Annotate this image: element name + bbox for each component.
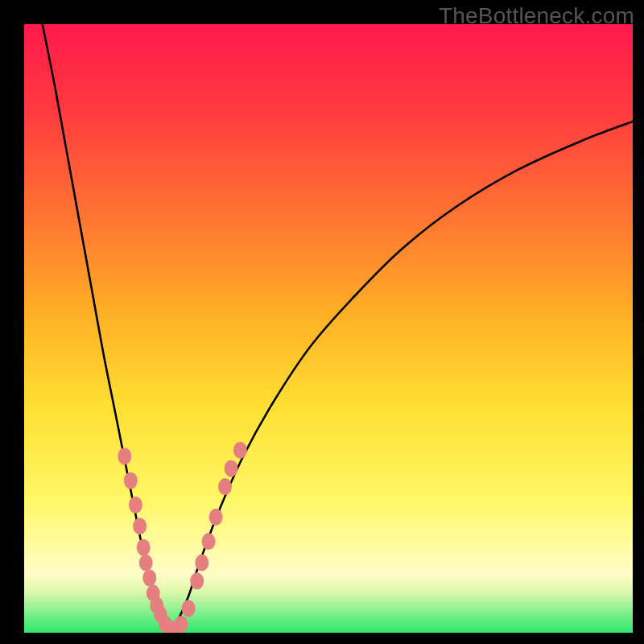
sample-dot: [233, 442, 247, 459]
sample-dot: [137, 539, 151, 556]
sample-dot: [118, 448, 131, 464]
sample-dot: [218, 478, 232, 495]
sample-dot: [133, 518, 147, 535]
plot-area: [24, 24, 633, 633]
sample-dot: [202, 533, 216, 550]
chart-stage: TheBottleneck.com: [0, 0, 644, 644]
sample-dot: [190, 572, 204, 589]
sample-dot: [139, 555, 153, 572]
curve-left-branch: [43, 24, 171, 633]
sample-dot: [175, 616, 188, 633]
sample-dot: [225, 460, 238, 477]
sample-dot: [182, 600, 196, 617]
sample-dot: [142, 569, 156, 586]
sample-dot: [129, 497, 142, 514]
sample-dot: [195, 555, 208, 572]
curve-right-branch: [170, 122, 633, 633]
sample-dot: [209, 509, 223, 526]
sample-dot: [124, 473, 138, 489]
curve-layer: [24, 24, 633, 633]
sample-dots: [118, 442, 247, 633]
watermark-text: TheBottleneck.com: [439, 3, 634, 29]
